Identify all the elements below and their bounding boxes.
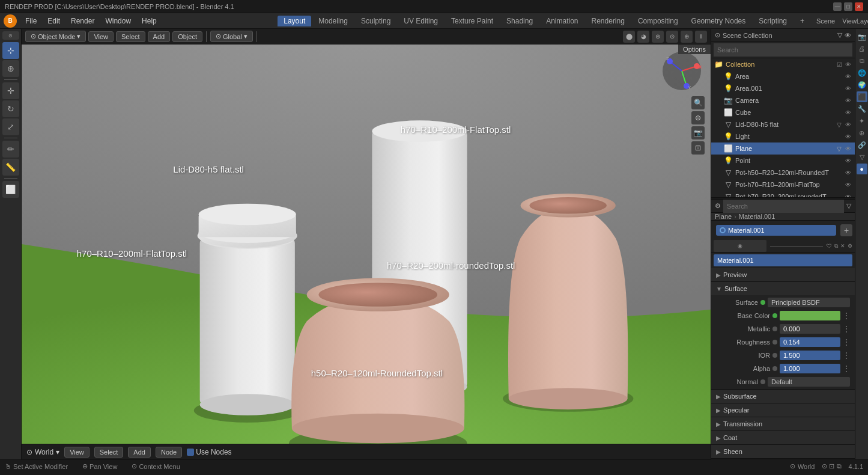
prop-object-icon[interactable]: ⬛ — [857, 91, 867, 102]
viewport-world-select[interactable]: ⊙ World ▾ — [26, 448, 59, 456]
outliner-item-point[interactable]: 💡 Point 👁 — [711, 155, 855, 167]
viewport-overlay[interactable]: ⊙ — [666, 31, 678, 43]
tab-sculpting[interactable]: Sculpting — [355, 16, 396, 26]
viewport-pause-btn[interactable]: ⏸ — [695, 31, 707, 43]
menu-edit[interactable]: Edit — [43, 16, 65, 26]
viewport[interactable]: ⊙ Object Mode ▾ View Select Add Object ⊙… — [22, 29, 711, 459]
viewport-shading-render[interactable]: ⊛ — [652, 31, 664, 43]
tab-compositing[interactable]: Compositing — [632, 16, 684, 26]
pot-h70-r10-eye[interactable]: 👁 — [844, 180, 852, 189]
prop-filter-icon[interactable]: ▽ — [846, 202, 851, 210]
metallic-value[interactable]: 0.000 — [780, 324, 840, 334]
zoom-out-btn[interactable]: ⊖ — [691, 111, 705, 124]
prop-particles-icon[interactable]: ✦ — [857, 115, 867, 126]
section-emission-header[interactable]: ▶ Emission — [711, 459, 855, 459]
menu-window[interactable]: Window — [100, 16, 136, 26]
use-nodes-toggle[interactable]: Use Nodes — [187, 448, 231, 456]
viewport-select-btn[interactable]: Select — [116, 31, 145, 42]
vis-checkbox[interactable]: ☑ — [835, 60, 843, 69]
frame-selected-btn[interactable]: ⊡ — [691, 141, 705, 155]
viewport-shading-solid[interactable]: ⬤ — [623, 31, 635, 43]
close-button[interactable]: ✕ — [855, 2, 863, 11]
prop-view-layer-icon[interactable]: ⧉ — [857, 55, 867, 66]
add-cube-tool[interactable]: ⬜ — [2, 181, 19, 198]
section-coat-header[interactable]: ▶ Coat — [711, 431, 855, 444]
viewport-mode-select[interactable]: ⊙ Object Mode ▾ — [25, 31, 86, 42]
plane-filter[interactable]: ▽ — [835, 144, 843, 153]
footer-view-btn[interactable]: View — [64, 447, 90, 458]
outliner-item-lid[interactable]: ▽ Lid-D80-h5 flat ▽ 👁 — [711, 118, 855, 130]
tab-modeling[interactable]: Modeling — [312, 16, 354, 26]
roughness-menu[interactable]: ⋮ — [843, 338, 850, 346]
measure-tool[interactable]: 📏 — [2, 159, 19, 176]
tab-rendering[interactable]: Rendering — [586, 16, 631, 26]
outliner-visibility-icon[interactable]: 👁 — [845, 32, 851, 39]
pot-h50-eye[interactable]: 👁 — [844, 168, 852, 177]
roughness-value[interactable]: 0.154 — [780, 337, 840, 347]
cube-eye[interactable]: 👁 — [844, 108, 852, 117]
surface-type-value[interactable]: Principled BSDF — [768, 298, 850, 307]
section-surface-header[interactable]: ▼ Surface — [711, 282, 855, 295]
viewport-view-btn[interactable]: View — [88, 31, 114, 42]
tab-geometry-nodes[interactable]: Geometry Nodes — [685, 16, 752, 26]
metallic-menu[interactable]: ⋮ — [843, 325, 850, 333]
vis-eye[interactable]: 👁 — [844, 60, 852, 69]
tab-shading[interactable]: Shading — [500, 16, 539, 26]
prop-data-icon[interactable]: ▽ — [857, 152, 867, 162]
tab-add[interactable]: + — [794, 16, 810, 26]
properties-search-input[interactable] — [723, 200, 844, 213]
camera-view-btn[interactable]: 📷 — [691, 126, 705, 139]
light-eye[interactable]: 👁 — [844, 132, 852, 141]
tab-uv-editing[interactable]: UV Editing — [398, 16, 444, 26]
prop-constraints-icon[interactable]: 🔗 — [857, 139, 867, 150]
prop-world-icon[interactable]: 🌍 — [857, 79, 867, 90]
tab-animation[interactable]: Animation — [540, 16, 584, 26]
viewport-shading-material[interactable]: ◕ — [637, 31, 649, 43]
outliner-item-pot-h50[interactable]: ▽ Pot-h50–R20–120ml-RoundedT 👁 — [711, 167, 855, 179]
plane-eye[interactable]: 👁 — [844, 144, 852, 153]
scale-tool[interactable]: ⤢ — [2, 118, 19, 135]
node-shield-icon[interactable]: 🛡 — [827, 243, 832, 250]
prop-scene-icon[interactable]: 🌐 — [857, 67, 867, 78]
section-specular-header[interactable]: ▶ Specular — [711, 403, 855, 417]
base-color-menu[interactable]: ⋮ — [843, 311, 850, 320]
material-slot[interactable]: Material.001 — [716, 225, 836, 236]
tab-scripting[interactable]: Scripting — [753, 16, 793, 26]
menu-render[interactable]: Render — [66, 16, 99, 26]
prop-physics-icon[interactable]: ⊕ — [857, 127, 867, 138]
menu-file[interactable]: File — [20, 16, 41, 26]
prop-modifier-icon[interactable]: 🔧 — [857, 103, 867, 114]
outliner-item-camera[interactable]: 📷 Camera 👁 — [711, 94, 855, 106]
material-name-input[interactable] — [714, 254, 852, 266]
maximize-button[interactable]: □ — [844, 2, 852, 11]
footer-node-btn[interactable]: Node — [156, 447, 182, 458]
ior-value[interactable]: 1.500 — [780, 351, 840, 360]
camera-eye[interactable]: 👁 — [844, 96, 852, 105]
outliner-item-cube[interactable]: ⬜ Cube 👁 — [711, 106, 855, 118]
rotate-tool[interactable]: ↻ — [2, 100, 19, 117]
outliner-filter-icon[interactable]: ▽ — [837, 31, 842, 39]
lid-eye[interactable]: 👁 — [844, 120, 852, 129]
zoom-in-btn[interactable]: 🔍 — [691, 96, 705, 109]
node-copy-icon[interactable]: ⧉ — [834, 243, 838, 250]
tab-texture-paint[interactable]: Texture Paint — [445, 16, 499, 26]
outliner-search-input[interactable] — [714, 43, 852, 57]
point-eye[interactable]: 👁 — [844, 156, 852, 165]
prop-output-icon[interactable]: 🖨 — [857, 43, 867, 54]
section-preview-header[interactable]: ▶ Preview — [711, 268, 855, 281]
section-transmission-header[interactable]: ▶ Transmission — [711, 417, 855, 431]
viewport-object-btn[interactable]: Object — [172, 31, 202, 42]
viewport-options-button[interactable]: Options — [678, 44, 711, 54]
tab-layout[interactable]: Layout — [278, 16, 311, 26]
node-preview[interactable]: ◉ — [714, 240, 766, 252]
outliner-item-light[interactable]: 💡 Light 👁 — [711, 130, 855, 142]
prop-material-icon[interactable]: ● — [857, 164, 867, 174]
ior-menu[interactable]: ⋮ — [843, 351, 850, 360]
viewport-add-btn[interactable]: Add — [148, 31, 171, 42]
alpha-menu[interactable]: ⋮ — [843, 364, 850, 373]
lid-filter[interactable]: ▽ — [835, 120, 843, 129]
node-settings-icon[interactable]: ⚙ — [848, 243, 852, 250]
minimize-button[interactable]: — — [833, 2, 842, 11]
pot-h70-r20-eye[interactable]: 👁 — [844, 192, 852, 197]
select-tool[interactable]: ⊹ — [2, 42, 19, 59]
